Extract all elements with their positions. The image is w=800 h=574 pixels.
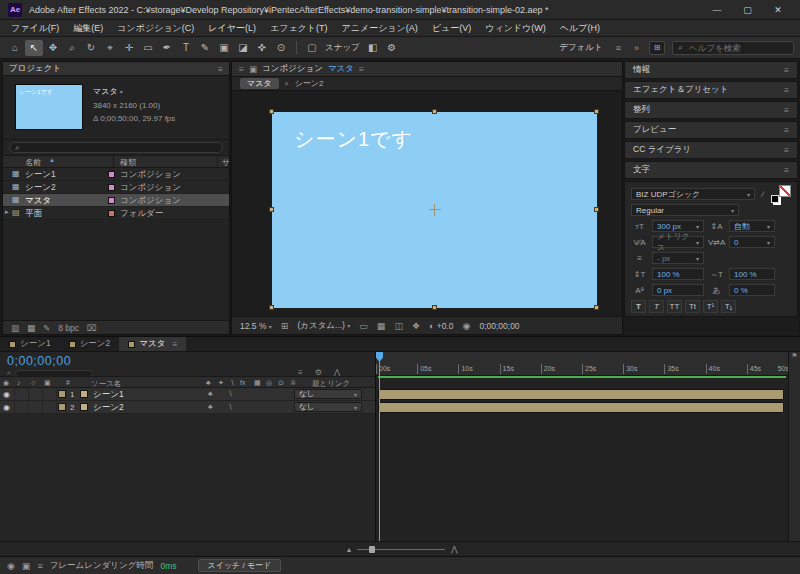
blend-toggle-icon[interactable]: ∖ [228,390,232,398]
label-color-chip[interactable] [108,197,115,204]
transparency-grid-icon[interactable]: ▦ [377,321,386,331]
panel-effects-presets[interactable]: エフェクト＆プリセット≡ [624,81,798,99]
color-depth-label[interactable]: 8 bpc [58,323,79,333]
lock-icon[interactable]: ▣ [22,561,31,571]
leading-field[interactable]: 自動 ▾ [729,220,775,232]
timeline-tab-scene2[interactable]: シーン2 [60,337,120,351]
selection-handle[interactable] [269,109,274,114]
layer-bar-1[interactable] [378,389,784,400]
chevron-down-icon[interactable]: ▾ [120,89,123,95]
column-divider[interactable] [113,156,114,167]
workspace-label[interactable]: デフォルト [559,42,603,54]
parent-link-select[interactable]: なし ▾ [294,402,362,412]
panel-libraries[interactable]: CC ライブラリ≡ [624,141,798,159]
label-color-chip[interactable] [108,184,115,191]
sort-asc-icon[interactable]: ▲ [49,157,55,163]
help-search[interactable]: ⌕ [672,41,794,55]
superscript-button[interactable]: T¹ [703,300,718,313]
timeline-timecode[interactable]: 0;00;00;00 [7,354,71,368]
pan-behind-tool-icon[interactable]: ✛ [120,40,138,56]
panel-info[interactable]: 情報≡ [624,61,798,79]
shape-tool-icon[interactable]: ▭ [139,40,157,56]
eye-icon[interactable]: ◉ [3,403,10,412]
composition-panel-tab[interactable]: ≡ ▣ コンポジション マスタ ≡ [232,62,622,77]
column-type[interactable]: 種類 [120,157,136,168]
puppet-tool-icon[interactable]: ⊙ [272,40,290,56]
motion-blur-icon[interactable]: ◎ [266,379,272,387]
viewer-timecode[interactable]: 0;00;00;00 [479,321,519,331]
eye-icon[interactable]: ◉ [7,561,15,571]
layer-bar-2[interactable] [378,402,784,413]
kerning-field[interactable]: メトリクス ▾ [652,236,704,248]
small-caps-button[interactable]: Tt [685,300,700,313]
parent-link-select[interactable]: なし ▾ [294,389,362,399]
breadcrumb-current[interactable]: マスタ [240,78,279,89]
layer-name[interactable]: シーン1 [93,389,124,401]
gear-icon[interactable]: ⚙ [383,40,401,56]
menu-file[interactable]: ファイル(F) [4,22,66,35]
layer-row-2[interactable]: ◉ 2 シーン2 ♣ ∖ なし ▾ [0,401,375,414]
timeline-zoom-slider[interactable]: ▴ ⋀ [347,545,458,554]
eraser-tool-icon[interactable]: ◪ [234,40,252,56]
label-color-chip[interactable] [58,390,66,398]
project-panel-tab[interactable]: プロジェクト ≡ [3,62,229,76]
workspace-grid-icon[interactable]: ⊞ [649,41,665,55]
vertical-scale-field[interactable]: 100 % [652,268,704,280]
label-color-chip[interactable] [58,403,66,411]
menu-window[interactable]: ウィンドウ(W) [478,22,553,35]
camera-tool-icon[interactable]: ⌖ [101,40,119,56]
eye-icon[interactable]: ◉ [3,390,10,399]
playhead-line[interactable] [379,352,380,541]
panel-menu-icon[interactable]: ≡ [218,64,223,74]
subscript-button[interactable]: T₁ [721,300,736,313]
adjustment-icon[interactable]: ⊙ [278,379,284,387]
menu-edit[interactable]: 編集(E) [66,22,110,35]
trash-icon[interactable]: ⌧ [87,323,97,333]
comp-info-name[interactable]: マスタ [93,87,118,96]
tracking-field[interactable]: 0 ▾ [729,236,775,248]
column-name[interactable]: 名前 [25,157,41,168]
eyedropper-icon[interactable]: ∕ [759,190,767,199]
timeline-tab-scene1[interactable]: シーン1 [0,337,60,351]
layer-row-1[interactable]: ◉ 1 シーン1 ♣ ∖ なし ▾ [0,388,375,401]
faux-italic-button[interactable]: T [649,300,664,313]
blend-toggle-icon[interactable]: ∖ [228,403,232,411]
menu-animation[interactable]: アニメーション(A) [335,22,425,35]
panel-menu-icon[interactable]: ≡ [172,339,177,349]
selection-handle[interactable] [432,109,437,114]
collapse-icon[interactable]: ✦ [218,379,224,387]
label-color-chip[interactable] [108,210,115,217]
grid-options-icon[interactable]: ⊞ [281,321,289,331]
label-color-chip[interactable] [108,171,115,178]
project-row-master[interactable]: ▦ マスタ コンポジション [3,194,229,207]
panel-menu-icon[interactable]: ≡ [359,64,364,74]
rotate-tool-icon[interactable]: ↻ [82,40,100,56]
fill-color-swatch[interactable] [771,195,779,203]
shy-icon[interactable]: ♣ [206,379,211,386]
selection-handle[interactable] [594,305,599,310]
timeline-track-area[interactable]: 00s 05s 10s 15s 20s 25s 30s 35s 40s 45s … [375,352,788,541]
hand-tool-icon[interactable]: ✥ [44,40,62,56]
mask-icon[interactable]: ▦ [254,379,261,387]
stamp-tool-icon[interactable]: ▣ [215,40,233,56]
project-row-scene1[interactable]: ▦ シーン1 コンポジション [3,168,229,181]
pen-tool-icon[interactable]: ✒ [158,40,176,56]
all-caps-button[interactable]: TT [667,300,682,313]
project-row-solids-folder[interactable]: ▸ ▤ 平面 フォルダー [3,207,229,220]
column-extra[interactable]: サ [222,157,230,168]
close-button[interactable]: ✕ [764,5,792,15]
time-ruler[interactable]: 00s 05s 10s 15s 20s 25s 30s 35s 40s 45s … [376,352,788,376]
canvas-text-layer[interactable]: シーン1です [294,126,413,153]
viewer-canvas[interactable]: シーン1です [232,91,622,316]
new-folder-icon[interactable]: ▦ [27,323,35,333]
line-field[interactable]: - px ▾ [652,252,704,264]
selection-handle[interactable] [432,305,437,310]
project-search-input[interactable]: ⌕ [9,142,223,153]
type-tool-icon[interactable]: T [177,40,195,56]
exposure-control[interactable]: ◐ +0.0 [429,321,454,331]
menu-layer[interactable]: レイヤー(L) [201,22,263,35]
menu-help[interactable]: ヘルプ(H) [553,22,607,35]
brush-tool-icon[interactable]: ✎ [196,40,214,56]
tsume-field[interactable]: 0 % [729,284,775,296]
menu-view[interactable]: ビュー(V) [425,22,478,35]
